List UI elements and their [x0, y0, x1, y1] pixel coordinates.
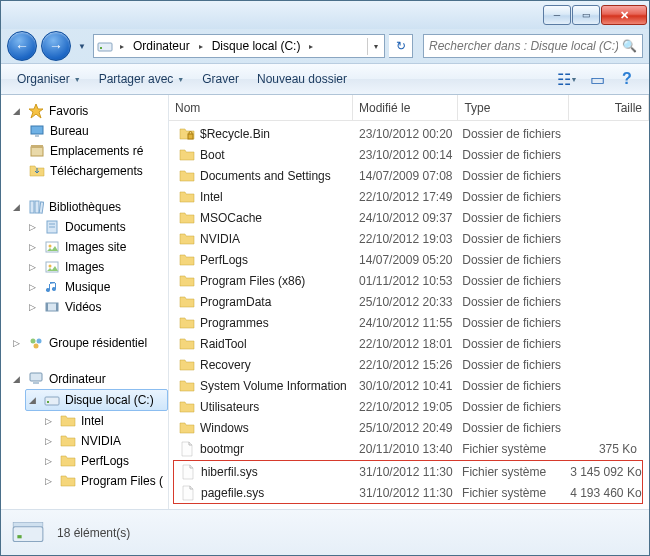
- sidebar-item[interactable]: ▷ Program Files (: [13, 471, 168, 491]
- svg-rect-9: [39, 202, 44, 213]
- organize-button[interactable]: Organiser▼: [9, 68, 89, 90]
- back-button[interactable]: ←: [7, 31, 37, 61]
- file-row[interactable]: bootmgr 20/11/2010 13:40 Fichier système…: [173, 438, 643, 459]
- file-date: 24/10/2012 09:37: [353, 211, 456, 225]
- file-type: Dossier de fichiers: [456, 169, 565, 183]
- sidebar-item-drive-c[interactable]: ◢ Disque local (C:): [25, 389, 168, 411]
- minimize-button[interactable]: ─: [543, 5, 571, 25]
- sidebar-item[interactable]: ▷ Intel: [13, 411, 168, 431]
- address-dropdown-icon[interactable]: ▾: [367, 38, 384, 55]
- expand-icon: ▷: [45, 436, 55, 446]
- column-type[interactable]: Type: [458, 95, 569, 120]
- file-row[interactable]: NVIDIA 22/10/2012 19:03 Dossier de fichi…: [173, 228, 643, 249]
- file-row[interactable]: Intel 22/10/2012 17:49 Dossier de fichie…: [173, 186, 643, 207]
- svg-rect-29: [17, 535, 21, 538]
- file-row[interactable]: Programmes 24/10/2012 11:55 Dossier de f…: [173, 312, 643, 333]
- file-type: Dossier de fichiers: [456, 421, 565, 435]
- view-options-button[interactable]: ☷▼: [553, 67, 581, 91]
- file-row[interactable]: PerfLogs 14/07/2009 05:20 Dossier de fic…: [173, 249, 643, 270]
- column-size[interactable]: Taille: [569, 95, 649, 120]
- file-row[interactable]: hiberfil.sys 31/10/2012 11:30 Fichier sy…: [174, 461, 642, 482]
- libraries-icon: [28, 199, 44, 215]
- search-input[interactable]: [429, 39, 618, 53]
- file-row[interactable]: pagefile.sys 31/10/2012 11:30 Fichier sy…: [174, 482, 642, 503]
- file-name: Documents and Settings: [200, 169, 331, 183]
- sidebar-item-label: Vidéos: [65, 300, 101, 314]
- sidebar-item[interactable]: ▷ Images: [13, 257, 168, 277]
- search-box[interactable]: 🔍: [423, 34, 643, 58]
- folder-icon: [179, 336, 195, 352]
- sidebar-item[interactable]: ▷ NVIDIA: [13, 431, 168, 451]
- star-icon: [28, 103, 44, 119]
- sidebar-item[interactable]: ▷ Musique: [13, 277, 168, 297]
- file-list[interactable]: $Recycle.Bin 23/10/2012 00:20 Dossier de…: [169, 121, 649, 509]
- file-name: ProgramData: [200, 295, 271, 309]
- homegroup-header[interactable]: ▷ Groupe résidentiel: [13, 333, 168, 353]
- file-row[interactable]: Documents and Settings 14/07/2009 07:08 …: [173, 165, 643, 186]
- downloads-icon: [29, 163, 45, 179]
- favorites-header[interactable]: ◢ Favoris: [13, 101, 168, 121]
- file-row[interactable]: MSOCache 24/10/2012 09:37 Dossier de fic…: [173, 207, 643, 228]
- refresh-button[interactable]: ↻: [389, 34, 413, 58]
- close-button[interactable]: ✕: [601, 5, 647, 25]
- file-row[interactable]: RaidTool 22/10/2012 18:01 Dossier de fic…: [173, 333, 643, 354]
- arrow-right-icon: →: [49, 38, 63, 54]
- sidebar-item-label: Program Files (: [81, 474, 163, 488]
- expand-icon: ▷: [45, 416, 55, 426]
- file-date: 20/11/2010 13:40: [353, 442, 456, 456]
- file-name: pagefile.sys: [201, 486, 264, 500]
- file-type: Dossier de fichiers: [456, 127, 565, 141]
- recent-icon: [29, 143, 45, 159]
- computer-icon: [28, 371, 44, 387]
- svg-rect-4: [35, 135, 39, 137]
- address-bar[interactable]: ▸ Ordinateur ▸ Disque local (C:) ▸ ▾: [93, 34, 385, 58]
- sidebar-item[interactable]: Bureau: [13, 121, 168, 141]
- new-folder-button[interactable]: Nouveau dossier: [249, 68, 355, 90]
- svg-rect-30: [13, 522, 43, 526]
- file-row[interactable]: System Volume Information 30/10/2012 10:…: [173, 375, 643, 396]
- file-date: 25/10/2012 20:49: [353, 421, 456, 435]
- maximize-button[interactable]: ▭: [572, 5, 600, 25]
- sidebar-item[interactable]: Téléchargements: [13, 161, 168, 181]
- sidebar-item-label: Bureau: [50, 124, 89, 138]
- share-button[interactable]: Partager avec▼: [91, 68, 193, 90]
- help-button[interactable]: ?: [613, 67, 641, 91]
- preview-pane-button[interactable]: ▭: [583, 67, 611, 91]
- forward-button[interactable]: →: [41, 31, 71, 61]
- libraries-header[interactable]: ◢ Bibliothèques: [13, 197, 168, 217]
- file-row[interactable]: $Recycle.Bin 23/10/2012 00:20 Dossier de…: [173, 123, 643, 144]
- sidebar-item[interactable]: ▷ Images site: [13, 237, 168, 257]
- expand-icon: ▷: [29, 242, 39, 252]
- file-row[interactable]: Boot 23/10/2012 00:14 Dossier de fichier…: [173, 144, 643, 165]
- file-type: Fichier système: [456, 486, 564, 500]
- file-name: MSOCache: [200, 211, 262, 225]
- breadcrumb-separator-icon: ▸: [195, 42, 207, 51]
- file-name: Windows: [200, 421, 249, 435]
- file-row[interactable]: Program Files (x86) 01/11/2012 10:53 Dos…: [173, 270, 643, 291]
- column-date[interactable]: Modifié le: [353, 95, 458, 120]
- computer-header[interactable]: ◢ Ordinateur: [13, 369, 168, 389]
- file-row[interactable]: Recovery 22/10/2012 15:26 Dossier de fic…: [173, 354, 643, 375]
- music-icon: [44, 279, 60, 295]
- file-date: 31/10/2012 11:30: [353, 486, 456, 500]
- burn-button[interactable]: Graver: [194, 68, 247, 90]
- panel-icon: ▭: [590, 70, 605, 89]
- column-name[interactable]: Nom: [169, 95, 353, 120]
- file-type: Fichier système: [456, 442, 565, 456]
- sidebar-item[interactable]: ▷ PerfLogs: [13, 451, 168, 471]
- file-type: Dossier de fichiers: [456, 400, 565, 414]
- svg-rect-8: [35, 201, 39, 213]
- file-date: 23/10/2012 00:14: [353, 148, 456, 162]
- file-row[interactable]: Utilisateurs 22/10/2012 19:05 Dossier de…: [173, 396, 643, 417]
- breadcrumb-drive[interactable]: Disque local (C:): [207, 35, 306, 57]
- file-row[interactable]: Windows 25/10/2012 20:49 Dossier de fich…: [173, 417, 643, 438]
- svg-point-14: [49, 245, 52, 248]
- sidebar-item[interactable]: Emplacements ré: [13, 141, 168, 161]
- sidebar-item[interactable]: ▷ Vidéos: [13, 297, 168, 317]
- sidebar-item[interactable]: ▷ Documents: [13, 217, 168, 237]
- history-dropdown[interactable]: ▼: [75, 35, 89, 57]
- drive-label: Disque local (C:): [65, 393, 154, 407]
- breadcrumb-computer[interactable]: Ordinateur: [128, 35, 195, 57]
- svg-rect-7: [30, 201, 34, 213]
- file-row[interactable]: ProgramData 25/10/2012 20:33 Dossier de …: [173, 291, 643, 312]
